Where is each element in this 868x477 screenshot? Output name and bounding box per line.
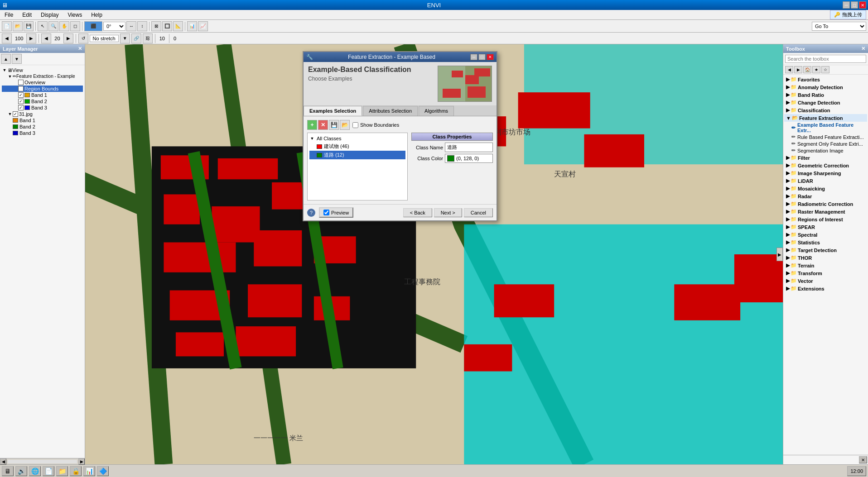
tool-btn-6[interactable]: 🔲 <box>162 21 172 31</box>
toolbox-bottom-close[interactable]: ✕ <box>859 456 867 463</box>
toolbox-item-segment-only[interactable]: ✏ Segment Only Feature Extri... <box>784 140 867 147</box>
toolbox-fwd-btn[interactable]: ▶ <box>794 66 802 73</box>
tool-btn-7[interactable]: 📐 <box>173 21 183 31</box>
toolbox-group-filter[interactable]: ▶ 📁 Filter <box>784 154 867 162</box>
status-btn-3[interactable]: 🌐 <box>29 466 41 476</box>
toolbox-group-vector[interactable]: ▶ 📁 Vector <box>784 277 867 285</box>
map-area[interactable]: 利市坊市场 天宣村 工程事務院 一一一一一 米兰 ▶ 🔧 Feature Ext… <box>85 44 783 464</box>
toolbox-group-terrain[interactable]: ▶ 📁 Terrain <box>784 262 867 269</box>
select-button[interactable]: ◻ <box>70 21 80 31</box>
save-button[interactable]: 💾 <box>24 21 34 31</box>
toolbox-star-btn[interactable]: ★ <box>812 66 820 73</box>
menu-file[interactable]: File <box>2 11 16 19</box>
toolbox-group-sharpening[interactable]: ▶ 📁 Image Sharpening <box>784 169 867 177</box>
save-class-button[interactable]: 💾 <box>329 120 339 130</box>
layer-up-btn[interactable]: ▲ <box>1 54 11 64</box>
tree-file-band3[interactable]: Band 3 <box>2 130 83 136</box>
next-btn[interactable]: ▶ <box>26 33 36 43</box>
region-bounds-checkbox[interactable] <box>18 86 24 91</box>
toolbox-group-radiometric[interactable]: ▶ 📁 Radiometric Correction <box>784 200 867 208</box>
prev-btn[interactable]: ◀ <box>2 33 12 43</box>
toolbox-group-geometric[interactable]: ▶ 📁 Geometric Correction <box>784 162 867 169</box>
layer-down-btn[interactable]: ▼ <box>12 54 22 64</box>
pan-button[interactable]: ✋ <box>59 21 69 31</box>
toolbox-close[interactable]: ✕ <box>861 46 865 52</box>
toolbox-back-btn[interactable]: ◀ <box>785 66 793 73</box>
menu-views[interactable]: Views <box>65 11 85 19</box>
toolbox-group-radar[interactable]: ▶ 📁 Radar <box>784 192 867 200</box>
add-class-button[interactable]: + <box>307 120 317 130</box>
toolbox-group-roi[interactable]: ▶ 📁 Regions of Interest <box>784 215 867 223</box>
menu-help[interactable]: Help <box>88 11 105 19</box>
tab-attributes[interactable]: Attributes Selection <box>363 106 418 116</box>
toolbox-group-spectral[interactable]: ▶ 📁 Spectral <box>784 231 867 238</box>
map-scroll-right[interactable]: ▶ <box>776 248 783 261</box>
toolbox-group-bandratio[interactable]: ▶ 📁 Band Ratio <box>784 91 867 99</box>
histogram-button[interactable]: 📈 <box>198 21 208 31</box>
status-btn-7[interactable]: 📊 <box>83 466 95 476</box>
show-boundaries-checkbox[interactable] <box>352 122 358 128</box>
delete-class-button[interactable]: ✕ <box>318 120 328 130</box>
back-button[interactable]: < Back <box>403 208 432 217</box>
band2-checkbox[interactable] <box>18 99 24 104</box>
close-button[interactable]: ✕ <box>859 1 866 9</box>
toolbox-group-target[interactable]: ▶ 📁 Target Detection <box>784 246 867 254</box>
hscroll-left[interactable]: ◀ <box>0 458 6 465</box>
toolbox-item-rule-based[interactable]: ✏ Rule Based Feature Extracti... <box>784 134 867 140</box>
tree-band3[interactable]: Band 3 <box>2 105 83 111</box>
hscroll-right[interactable]: ▶ <box>78 458 85 465</box>
toolbox-search-input[interactable] <box>785 55 866 63</box>
new-button[interactable]: 📄 <box>2 21 12 31</box>
toolbox-group-anomaly[interactable]: ▶ 📁 Anomaly Detection <box>784 83 867 91</box>
status-btn-8[interactable]: 🔷 <box>97 466 109 476</box>
dialog-close-btn[interactable]: ✕ <box>487 54 494 60</box>
goto-dropdown[interactable]: Go To <box>812 22 866 31</box>
layer-manager-close[interactable]: ✕ <box>78 46 82 52</box>
sync-btn[interactable]: 🔗 <box>131 33 141 43</box>
toolbox-group-lidar[interactable]: ▶ 📁 LiDAR <box>784 177 867 185</box>
tree-band2[interactable]: Band 2 <box>2 98 83 105</box>
tab-algorithms[interactable]: Algorithms <box>419 106 454 116</box>
minus-btn[interactable]: ◀ <box>41 33 51 43</box>
toolbox-group-favorites[interactable]: ▶ 📁 Favorites <box>784 76 867 83</box>
tree-band1[interactable]: Band 1 <box>2 92 83 98</box>
status-btn-1[interactable]: 🖥 <box>2 466 14 476</box>
toolbox-group-classification[interactable]: ▶ 📁 Classification <box>784 106 867 114</box>
upload-button[interactable]: 🔑 拖拽上传 <box>830 10 866 19</box>
class-name-value[interactable]: 道路 <box>445 143 493 152</box>
toolbox-group-raster[interactable]: ▶ 📁 Raster Management <box>784 208 867 215</box>
class-row-jianziwu[interactable]: 建试物 (46) <box>309 142 405 151</box>
toolbox-item-segmentation[interactable]: ✏ Segmentation Image <box>784 147 867 154</box>
toolbox-group-mosaicking[interactable]: ▶ 📁 Mosaicking <box>784 185 867 192</box>
toolbox-item-example-based[interactable]: ✏ Example Based Feature Extr... <box>784 122 867 134</box>
profile-button[interactable]: 📊 <box>187 21 197 31</box>
maximize-button[interactable]: □ <box>851 1 858 9</box>
load-class-button[interactable]: 📂 <box>340 120 350 130</box>
tree-region-bounds[interactable]: Region Bounds <box>2 86 83 92</box>
next-button[interactable]: Next > <box>434 208 462 217</box>
tool-btn-5[interactable]: ↕ <box>137 21 147 31</box>
toolbox-group-thor[interactable]: ▶ 📁 THOR <box>784 254 867 262</box>
cursor-button[interactable]: ↖ <box>38 21 48 31</box>
file-checkbox[interactable] <box>13 111 18 117</box>
dialog-min-btn[interactable]: ─ <box>470 54 477 60</box>
tree-view[interactable]: ▼ 🖥 View <box>2 67 83 73</box>
tool-btn-4[interactable]: ↔ <box>126 21 136 31</box>
open-button[interactable]: 📂 <box>13 21 23 31</box>
toolbox-group-transform[interactable]: ▶ 📁 Transform <box>784 269 867 277</box>
band1-checkbox[interactable] <box>18 92 24 98</box>
toolbox-group-spear[interactable]: ▶ 📁 SPEAR <box>784 223 867 231</box>
zoom-fit-button[interactable]: ⊠ <box>151 21 161 31</box>
chain-btn[interactable]: ⛓ <box>143 33 153 43</box>
layer-hscroll[interactable]: ◀ ▶ <box>0 458 85 464</box>
status-btn-4[interactable]: 📄 <box>43 466 54 476</box>
toolbox-group-extensions[interactable]: ▶ 📁 Extensions <box>784 285 867 292</box>
class-row-daolu[interactable]: 道路 (12) <box>309 151 405 159</box>
menu-edit[interactable]: Edit <box>19 11 34 19</box>
stretch-dropdown[interactable]: ▼ <box>120 33 130 43</box>
toolbox-group-feature[interactable]: ▼ 📂 Feature Extraction <box>784 114 867 122</box>
zoom-in-button[interactable]: 🔍 <box>48 21 58 31</box>
menu-display[interactable]: Display <box>38 11 61 19</box>
toolbox-group-statistics[interactable]: ▶ 📁 Statistics <box>784 238 867 246</box>
plus-btn[interactable]: ▶ <box>63 33 73 43</box>
